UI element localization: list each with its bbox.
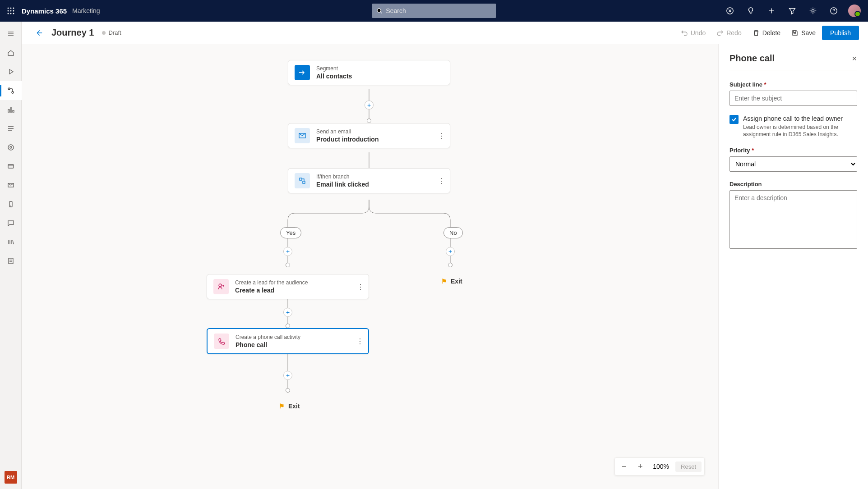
svg-rect-46 (303, 181, 305, 183)
svg-point-20 (12, 91, 14, 93)
svg-rect-22 (10, 108, 12, 112)
plus-icon[interactable] (762, 0, 781, 22)
undo-button[interactable]: Undo (676, 26, 710, 40)
lead-icon (213, 279, 229, 294)
node-phone-call[interactable]: Create a phone call activityPhone call ⋮ (207, 328, 369, 354)
node-kicker: If/then branch (316, 174, 369, 180)
connector-dot (286, 388, 290, 393)
rail-footer-badge[interactable]: RM (5, 471, 17, 484)
rail-chat-icon[interactable] (0, 214, 22, 233)
panel-title: Phone call (729, 53, 775, 64)
add-step-button[interactable]: + (283, 247, 292, 256)
add-step-button[interactable]: + (283, 308, 292, 317)
node-kicker: Create a lead for the audience (235, 279, 308, 286)
command-bar: Journey 1 Draft Undo Redo Delete Save Pu… (22, 22, 868, 44)
rail-hamburger-icon[interactable] (0, 24, 22, 43)
description-textarea[interactable] (729, 190, 857, 249)
node-title: Product introduction (316, 136, 379, 143)
back-button[interactable] (32, 27, 45, 39)
svg-point-5 (13, 10, 14, 12)
add-step-button[interactable]: + (283, 371, 292, 380)
help-icon[interactable] (824, 0, 844, 22)
node-more-icon[interactable]: ⋮ (438, 132, 445, 140)
node-segment[interactable]: SegmentAll contacts (288, 60, 450, 85)
save-button[interactable]: Save (787, 26, 820, 40)
svg-rect-23 (13, 110, 14, 112)
node-more-icon[interactable]: ⋮ (357, 283, 364, 291)
rail-mobile-icon[interactable] (0, 195, 22, 214)
connector-dot (286, 263, 290, 267)
node-create-lead[interactable]: Create a lead for the audienceCreate a l… (207, 274, 369, 299)
journey-canvas[interactable]: SegmentAll contacts + Send an emailProdu… (22, 44, 718, 489)
brand-label: Dynamics 365 (22, 7, 67, 15)
module-label: Marketing (72, 7, 100, 14)
svg-point-19 (8, 88, 10, 90)
delete-button[interactable]: Delete (748, 26, 785, 40)
svg-point-4 (10, 10, 12, 12)
description-label: Description (729, 181, 857, 187)
exit-label: ⚑Exit (441, 278, 462, 285)
svg-point-9 (377, 9, 381, 12)
svg-rect-45 (300, 178, 302, 180)
properties-panel: Phone call ✕ Subject line * Assign phone… (718, 44, 868, 489)
priority-label: Priority * (729, 147, 857, 154)
rail-stack-icon[interactable] (0, 119, 22, 138)
branch-no-pill[interactable]: No (443, 227, 463, 238)
add-step-button[interactable]: + (365, 101, 374, 110)
assign-hint: Lead owner is determined based on the as… (743, 123, 857, 138)
priority-select[interactable]: Normal (729, 156, 857, 172)
rail-card-icon[interactable] (0, 157, 22, 176)
segment-icon (295, 65, 310, 80)
global-search[interactable] (372, 4, 496, 18)
left-nav-rail: RM (0, 22, 22, 489)
app-launcher-icon[interactable] (4, 4, 18, 18)
assistant-icon[interactable] (720, 0, 740, 22)
lightbulb-icon[interactable] (741, 0, 761, 22)
publish-button[interactable]: Publish (822, 26, 859, 40)
node-title: Phone call (235, 341, 300, 348)
user-avatar[interactable] (848, 5, 861, 17)
close-icon[interactable]: ✕ (852, 55, 857, 62)
node-more-icon[interactable]: ⋮ (356, 337, 364, 346)
zoom-value: 100% (650, 463, 672, 470)
svg-point-6 (8, 13, 9, 14)
node-title: Create a lead (235, 287, 308, 294)
filter-icon[interactable] (782, 0, 802, 22)
flag-icon: ⚑ (441, 278, 447, 285)
assign-label: Assign phone call to the lead owner (743, 115, 857, 122)
rail-journey-icon[interactable] (0, 81, 22, 100)
zoom-out-button[interactable]: − (618, 460, 630, 473)
subject-input[interactable] (729, 91, 857, 106)
gear-icon[interactable] (803, 0, 823, 22)
phone-icon (214, 334, 229, 349)
rail-library-icon[interactable] (0, 233, 22, 251)
add-step-button[interactable]: + (446, 247, 455, 256)
branch-yes-pill[interactable]: Yes (280, 227, 301, 238)
svg-point-25 (10, 146, 12, 148)
rail-analytics-icon[interactable] (0, 100, 22, 119)
node-send-email[interactable]: Send an emailProduct introduction ⋮ (288, 123, 450, 148)
rail-goal-icon[interactable] (0, 138, 22, 157)
node-more-icon[interactable]: ⋮ (438, 177, 445, 185)
zoom-reset-button[interactable]: Reset (675, 462, 702, 472)
rail-report-icon[interactable] (0, 251, 22, 270)
rail-play-icon[interactable] (0, 62, 22, 81)
node-branch[interactable]: If/then branchEmail link clicked ⋮ (288, 168, 450, 193)
svg-point-2 (13, 8, 14, 9)
rail-mail-icon[interactable] (0, 176, 22, 195)
assign-checkbox[interactable] (729, 115, 739, 124)
redo-button[interactable]: Redo (712, 26, 746, 40)
svg-rect-21 (8, 110, 9, 112)
rail-home-icon[interactable] (0, 43, 22, 62)
connector-dot (286, 324, 290, 328)
zoom-control: − + 100% Reset (614, 457, 705, 475)
svg-point-0 (8, 8, 9, 9)
exit-label: ⚑Exit (279, 402, 300, 410)
zoom-in-button[interactable]: + (634, 460, 646, 473)
node-title: All contacts (316, 73, 352, 80)
svg-line-34 (13, 240, 14, 244)
node-kicker: Create a phone call activity (235, 334, 300, 340)
svg-point-8 (13, 13, 14, 14)
subject-label: Subject line * (729, 81, 857, 88)
search-input[interactable] (386, 7, 491, 14)
